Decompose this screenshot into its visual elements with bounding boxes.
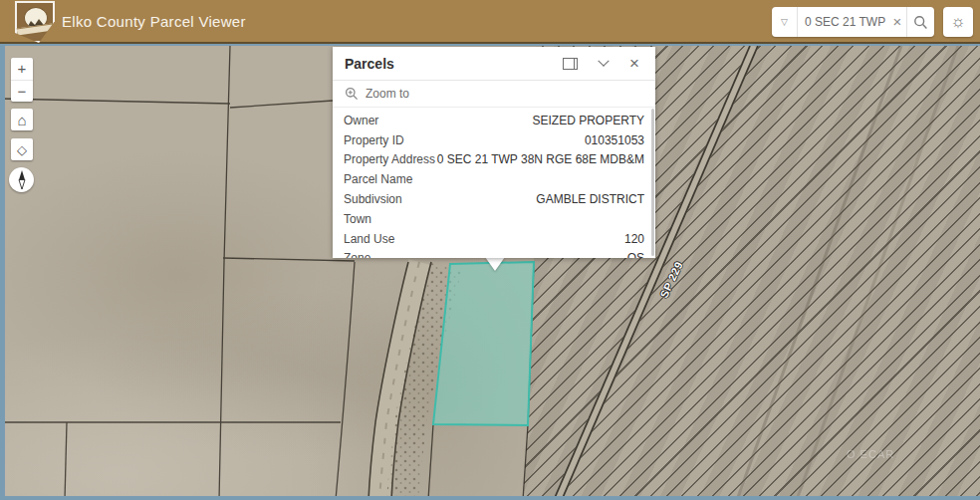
clear-search-button[interactable]: × <box>888 7 906 37</box>
popup-header: Parcels × <box>333 47 655 81</box>
compass-button[interactable] <box>9 167 34 192</box>
field-label: Subdivsion <box>344 192 402 206</box>
compass-needle-icon <box>14 170 30 190</box>
field-label: Town <box>344 212 371 226</box>
plus-icon: + <box>18 60 27 77</box>
app-header: Elko County Parcel Viewer ▽ × ☼ <box>0 0 980 44</box>
map-bottom-edge <box>0 496 980 500</box>
field-label: Land Use <box>344 232 394 246</box>
page-title: Elko County Parcel Viewer <box>62 13 246 30</box>
field-value: GAMBLE DISTRICT <box>402 192 644 206</box>
zoom-widget: + − <box>11 58 33 102</box>
map-canvas[interactable]: SP 229 O ECAR + − ⌂ ◇ Parcels × <box>0 46 980 500</box>
parcel-popup: Parcels × Zoom to OwnerSEIZED PROPERTYPr… <box>333 47 655 258</box>
popup-field-list: OwnerSEIZED PROPERTYProperty ID010351053… <box>333 108 655 258</box>
search-widget: ▽ × <box>772 7 934 37</box>
chevron-down-icon[interactable] <box>598 55 609 66</box>
popup-field-row: ZoneOS <box>333 249 655 258</box>
elko-county-logo <box>15 1 55 43</box>
faint-track-lines <box>737 46 958 500</box>
popup-scrollbar[interactable] <box>651 109 654 256</box>
search-icon <box>913 15 928 30</box>
chevron-down-icon: ▽ <box>781 17 788 27</box>
field-value: 0 SEC 21 TWP 38N RGE 68E MDB&M <box>435 152 644 166</box>
field-label: Zone <box>344 251 370 258</box>
zoom-out-button[interactable]: − <box>11 81 33 103</box>
minus-icon: − <box>18 83 27 100</box>
theme-toggle-button[interactable]: ☼ <box>943 7 973 37</box>
field-value: 010351053 <box>404 133 644 147</box>
popup-callout-arrow <box>485 257 505 271</box>
search-source-dropdown[interactable]: ▽ <box>772 7 798 37</box>
magnifier-plus-icon <box>345 87 359 101</box>
field-label: Property ID <box>344 133 404 147</box>
zoom-in-button[interactable]: + <box>11 58 33 81</box>
popup-field-row: OwnerSEIZED PROPERTY <box>333 111 655 130</box>
field-value: SEIZED PROPERTY <box>378 114 644 127</box>
search-box: ▽ × <box>772 7 934 37</box>
search-submit-button[interactable] <box>906 7 934 37</box>
popup-field-row: Property Address0 SEC 21 TWP 38N RGE 68E… <box>333 150 655 170</box>
home-button[interactable]: ⌂ <box>11 109 33 130</box>
popup-title: Parcels <box>345 56 563 72</box>
close-icon: × <box>893 13 902 30</box>
close-icon: × <box>629 54 639 73</box>
locate-icon: ◇ <box>17 142 27 157</box>
locate-button[interactable]: ◇ <box>11 138 33 160</box>
zoom-to-action[interactable]: Zoom to <box>333 81 655 108</box>
sun-icon: ☼ <box>950 12 966 31</box>
popup-field-row: Parcel Name <box>333 169 655 189</box>
dock-icon[interactable] <box>563 58 578 70</box>
selected-parcel-polygon[interactable] <box>433 262 534 425</box>
popup-field-row: Property ID010351053 <box>333 130 655 150</box>
popup-field-row: SubdivsionGAMBLE DISTRICT <box>333 189 655 209</box>
zoom-to-label: Zoom to <box>366 87 409 101</box>
field-label: Property Address <box>344 152 435 166</box>
popup-field-row: Land Use120 <box>333 229 655 249</box>
faint-map-label: O ECAR <box>847 448 894 460</box>
field-label: Owner <box>344 114 378 127</box>
field-value: 120 <box>394 232 644 246</box>
popup-field-row: Town <box>333 209 655 229</box>
home-icon: ⌂ <box>17 112 26 128</box>
field-value: OS <box>370 251 644 258</box>
field-label: Parcel Name <box>344 172 412 186</box>
map-left-edge <box>0 46 5 500</box>
search-input[interactable] <box>798 15 888 29</box>
popup-close-button[interactable]: × <box>629 57 639 71</box>
